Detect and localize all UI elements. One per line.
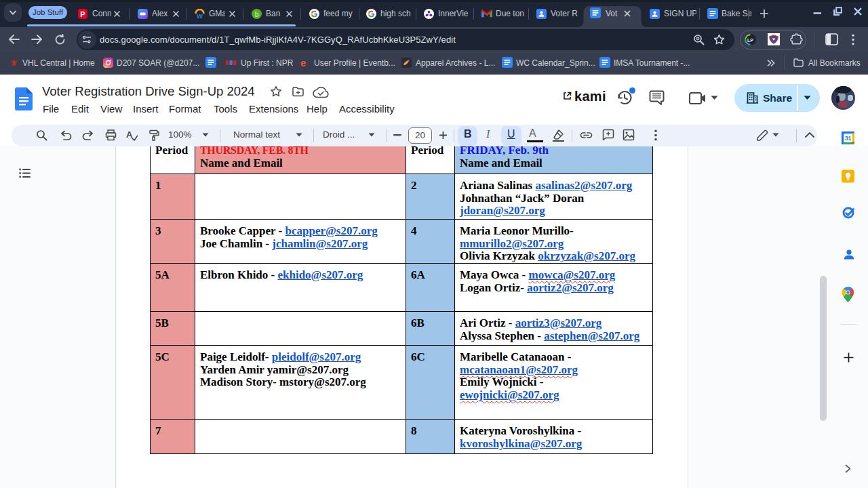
svg-text:W: W [197,12,203,20]
svg-text:P: P [80,10,85,18]
svg-text:LP: LP [747,38,753,43]
svg-text:31: 31 [845,135,852,142]
svg-text:b: b [254,11,258,18]
